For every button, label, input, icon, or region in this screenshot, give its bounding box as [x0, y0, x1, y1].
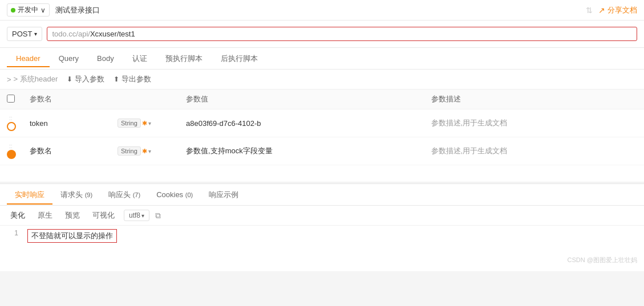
response-headers-label: 响应头	[108, 190, 131, 199]
drag-handle-icon[interactable]: ::	[7, 115, 15, 121]
row2-param-name[interactable]: 参数名	[23, 137, 111, 165]
tab-response-headers[interactable]: 响应头 (7)	[100, 185, 148, 205]
col-checkbox	[0, 89, 23, 109]
request-tabs: Header Query Body 认证 预执行脚本 后执行脚本	[0, 48, 644, 70]
system-header-toggle[interactable]: > > 系统header	[7, 74, 58, 84]
drag-handle-icon[interactable]: ::	[7, 143, 15, 149]
spacer	[0, 165, 644, 182]
url-input-wrapper[interactable]: todo.cc/api/ Xcxuser/test1	[47, 27, 637, 41]
method-chevron-icon: ▾	[34, 31, 37, 37]
col-type	[111, 89, 179, 109]
method-label: POST	[12, 30, 32, 38]
tab-body[interactable]: Body	[88, 50, 123, 67]
row2-status-circle[interactable]	[7, 150, 16, 159]
tab-header[interactable]: Header	[7, 50, 50, 67]
format-visual-btn[interactable]: 可视化	[89, 209, 118, 222]
col-param-name: 参数名	[23, 89, 111, 109]
watermark: CSDN @图图爱上壮壮妈	[568, 256, 637, 264]
env-chevron-icon: ∨	[40, 6, 46, 14]
request-headers-label: 请求头	[60, 190, 83, 199]
row1-type-cell: String ✱ ▾	[111, 109, 179, 137]
row1-desc[interactable]: 参数描述,用于生成文档	[424, 109, 644, 137]
copy-icon[interactable]: ⧉	[155, 211, 161, 221]
tab-body-label: Body	[97, 54, 114, 63]
tab-realtime-response[interactable]: 实时响应	[7, 185, 52, 205]
row2-drag: ::	[0, 137, 23, 165]
expand-icon: >	[7, 75, 11, 84]
cookies-label: Cookies	[156, 190, 183, 199]
format-toolbar: 美化 原生 预览 可视化 utf8 ▾ ⧉	[0, 206, 644, 226]
download-icon: ⬇	[67, 75, 72, 83]
select-all-checkbox[interactable]	[7, 95, 15, 103]
url-prefix: todo.cc/api/	[52, 30, 90, 38]
tab-pre-script-label: 预执行脚本	[165, 54, 202, 63]
table-row: :: 参数名 String ✱ ▾ 参数值,支持mock字段变量 参数描述,用于…	[0, 137, 644, 165]
upload-icon: ⬆	[114, 75, 119, 83]
url-path[interactable]: Xcxuser/test1	[90, 30, 135, 38]
encoding-chevron-icon: ▾	[141, 213, 144, 219]
system-header-label: > 系统header	[14, 74, 58, 84]
response-headers-badge: (7)	[133, 191, 140, 198]
row1-status-circle[interactable]	[7, 122, 16, 131]
export-label: 导出参数	[121, 74, 151, 84]
encoding-label: utf8	[129, 211, 140, 219]
top-bar: 开发中 ∨ 测试登录接口 ⇅ ↗ 分享文档	[0, 0, 644, 21]
row2-value[interactable]: 参数值,支持mock字段变量	[179, 137, 424, 165]
col-param-value: 参数值	[179, 89, 424, 109]
format-preview-btn[interactable]: 预览	[62, 209, 83, 222]
cookies-badge: (0)	[185, 191, 193, 198]
env-status-dot	[11, 8, 15, 13]
row1-param-name[interactable]: token	[23, 109, 111, 137]
import-params-button[interactable]: ⬇ 导入参数	[67, 74, 104, 84]
row1-type-chevron-icon[interactable]: ▾	[148, 120, 151, 127]
tab-cookies[interactable]: Cookies (0)	[148, 186, 201, 203]
row2-type-chevron-icon[interactable]: ▾	[148, 148, 151, 154]
import-label: 导入参数	[75, 74, 104, 84]
tab-auth-label: 认证	[132, 54, 147, 63]
response-tabs: 实时响应 请求头 (9) 响应头 (7) Cookies (0) 响应示例	[0, 184, 644, 206]
row1-required-star: ✱	[142, 120, 147, 127]
tab-query-label: Query	[59, 54, 79, 63]
share-icon: ↗	[598, 6, 605, 15]
row1-value[interactable]: a8e03f69-d7c6-4102-b	[179, 109, 424, 137]
row2-type-cell: String ✱ ▾	[111, 137, 179, 165]
code-line-1: 1 不登陆就可以显示的操作	[0, 226, 644, 246]
encoding-select[interactable]: utf8 ▾	[124, 210, 149, 221]
share-button[interactable]: ↗ 分享文档	[598, 5, 637, 15]
tab-post-script[interactable]: 后执行脚本	[212, 49, 267, 68]
params-table: 参数名 参数值 参数描述 :: token String ✱ ▾	[0, 89, 644, 165]
sort-icon: ⇅	[586, 6, 593, 15]
env-label: 开发中	[18, 5, 38, 15]
request-headers-badge: (9)	[85, 191, 92, 198]
method-select[interactable]: POST ▾	[7, 27, 42, 41]
realtime-response-label: 实时响应	[15, 190, 44, 199]
format-beautify-btn[interactable]: 美化	[7, 209, 29, 222]
tab-auth[interactable]: 认证	[123, 49, 156, 68]
response-content-input[interactable]: 不登陆就可以显示的操作	[27, 229, 117, 243]
export-params-button[interactable]: ⬆ 导出参数	[114, 74, 151, 84]
env-selector[interactable]: 开发中 ∨	[7, 3, 50, 17]
response-body: 1 不登陆就可以显示的操作	[0, 226, 644, 271]
response-example-label: 响应示例	[209, 190, 238, 199]
share-label: 分享文档	[607, 5, 637, 15]
tab-pre-script[interactable]: 预执行脚本	[156, 49, 212, 68]
table-row: :: token String ✱ ▾ a8e03f69-d7c6-4102-b…	[0, 109, 644, 137]
format-raw-btn[interactable]: 原生	[34, 209, 56, 222]
response-section: 实时响应 请求头 (9) 响应头 (7) Cookies (0) 响应示例 美化…	[0, 183, 644, 271]
tab-query[interactable]: Query	[50, 50, 88, 67]
url-bar: POST ▾ todo.cc/api/ Xcxuser/test1	[0, 21, 644, 48]
col-param-desc: 参数描述	[424, 89, 644, 109]
line-number-1: 1	[7, 229, 18, 237]
row2-desc[interactable]: 参数描述,用于生成文档	[424, 137, 644, 165]
tab-response-example[interactable]: 响应示例	[201, 185, 246, 205]
row2-required-star: ✱	[142, 148, 147, 155]
row1-drag: ::	[0, 109, 23, 137]
tab-name: 测试登录接口	[55, 5, 580, 15]
row1-type-tag[interactable]: String	[118, 119, 141, 128]
tab-header-label: Header	[16, 54, 40, 63]
tab-request-headers[interactable]: 请求头 (9)	[52, 185, 100, 205]
tab-post-script-label: 后执行脚本	[221, 54, 258, 63]
params-toolbar: > > 系统header ⬇ 导入参数 ⬆ 导出参数	[0, 70, 644, 89]
row2-type-tag[interactable]: String	[118, 146, 141, 156]
